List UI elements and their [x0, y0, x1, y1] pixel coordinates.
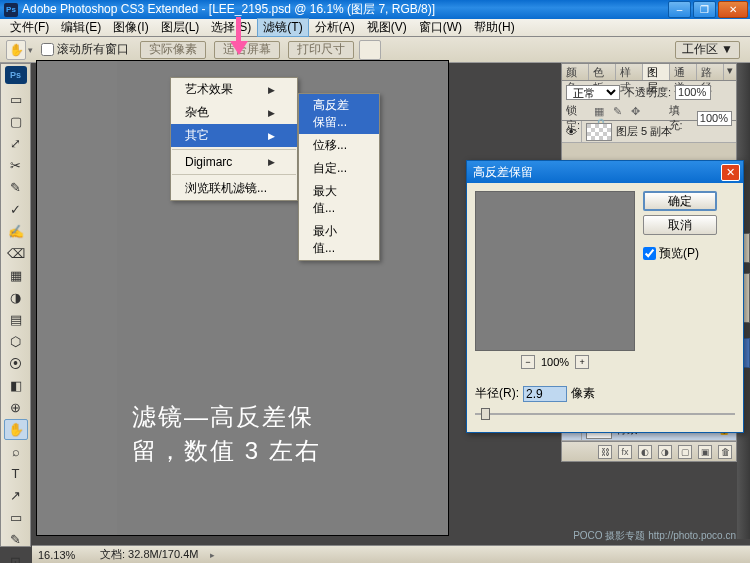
- adjust-icon[interactable]: ◑: [658, 445, 672, 459]
- mask-icon[interactable]: ◐: [638, 445, 652, 459]
- panel-tab[interactable]: 通道: [670, 64, 697, 80]
- ps-logo: Ps: [5, 66, 27, 84]
- screenmode-button[interactable]: [359, 40, 381, 60]
- high-pass-dialog: 高反差保留 ✕ − 100% + 确定 取消 预览(P) 半径(R): 像素: [466, 160, 744, 433]
- cancel-button[interactable]: 取消: [643, 215, 717, 235]
- menu-item[interactable]: Digimarc▶: [171, 152, 297, 172]
- zoom-status[interactable]: 16.13%: [38, 549, 88, 561]
- print-size-button[interactable]: 打印尺寸: [288, 41, 354, 59]
- filter-submenu: 艺术效果▶杂色▶其它▶Digimarc▶浏览联机滤镜...: [170, 77, 298, 201]
- menu-item[interactable]: 位移...: [299, 134, 379, 157]
- scroll-all-checkbox[interactable]: 滚动所有窗口: [41, 41, 129, 58]
- dialog-title: 高反差保留: [473, 164, 533, 181]
- tool-button[interactable]: ◑: [4, 287, 28, 308]
- tool-button[interactable]: ◧: [4, 375, 28, 396]
- ok-button[interactable]: 确定: [643, 191, 717, 211]
- panel-tab[interactable]: 图层: [643, 64, 670, 80]
- menu-item[interactable]: 帮助(H): [468, 18, 521, 37]
- folder-icon[interactable]: ▢: [678, 445, 692, 459]
- tool-button[interactable]: ✓: [4, 199, 28, 220]
- scroll-all-label: 滚动所有窗口: [57, 41, 129, 58]
- tool-button[interactable]: ✎: [4, 177, 28, 198]
- tutorial-arrow: [230, 17, 250, 57]
- zoom-in-button[interactable]: +: [575, 355, 589, 369]
- tool-button[interactable]: T: [4, 463, 28, 484]
- panel-tab[interactable]: 路径: [697, 64, 724, 80]
- tool-button[interactable]: ▭: [4, 507, 28, 528]
- zoom-value: 100%: [541, 356, 569, 368]
- other-submenu: 高反差保留...位移...自定...最大值...最小值...: [298, 93, 380, 261]
- tool-button[interactable]: ✎: [4, 529, 28, 550]
- tool-button[interactable]: ▭: [4, 89, 28, 110]
- tool-button[interactable]: ✍: [4, 221, 28, 242]
- minimize-button[interactable]: –: [668, 1, 691, 18]
- tool-button[interactable]: ⊕: [4, 397, 28, 418]
- tool-button[interactable]: ✋: [4, 419, 28, 440]
- menubar: 文件(F)编辑(E)图像(I)图层(L)选择(S)滤镜(T)分析(A)视图(V)…: [0, 19, 750, 37]
- menu-item[interactable]: 艺术效果▶: [171, 78, 297, 101]
- app-icon: Ps: [4, 3, 18, 17]
- radius-unit: 像素: [571, 385, 595, 402]
- radius-slider[interactable]: [475, 406, 735, 422]
- workspace-button[interactable]: 工作区 ▼: [675, 41, 740, 59]
- tool-button[interactable]: ⊡: [4, 551, 28, 563]
- fill-field[interactable]: 100%: [697, 111, 732, 126]
- dialog-titlebar[interactable]: 高反差保留 ✕: [467, 161, 743, 183]
- panel-tabs: 颜色色板样式图层通道路径▾: [561, 63, 737, 81]
- layers-toolbar: ⛓ fx ◐ ◑ ▢ ▣ 🗑: [561, 442, 737, 462]
- maximize-button[interactable]: ❐: [693, 1, 716, 18]
- doc-size-status: 文档: 32.8M/170.4M: [100, 547, 198, 562]
- visibility-icon[interactable]: 👁: [562, 121, 582, 142]
- menu-item[interactable]: 最小值...: [299, 220, 379, 260]
- status-bar: 16.13% 文档: 32.8M/170.4M ▸: [32, 545, 750, 563]
- tutorial-annotation: 滤镜—高反差保 留，数值 3 左右: [132, 400, 321, 468]
- menu-item[interactable]: 分析(A): [309, 18, 361, 37]
- menu-item[interactable]: 窗口(W): [413, 18, 468, 37]
- tool-button[interactable]: ↗: [4, 485, 28, 506]
- actual-pixels-button[interactable]: 实际像素: [140, 41, 206, 59]
- close-button[interactable]: ✕: [718, 1, 748, 18]
- link-icon[interactable]: ⛓: [598, 445, 612, 459]
- preview-area[interactable]: [475, 191, 635, 351]
- menu-item[interactable]: 视图(V): [361, 18, 413, 37]
- tool-button[interactable]: ▤: [4, 309, 28, 330]
- tools-palette: Ps ▭▢⤢✂✎✓✍⌫▦◑▤⬡⦿◧⊕✋⌕T↗▭✎⊡Q: [0, 63, 31, 547]
- opacity-field[interactable]: 100%: [675, 85, 711, 100]
- panel-tab[interactable]: 样式: [616, 64, 643, 80]
- tool-button[interactable]: ▦: [4, 265, 28, 286]
- preview-checkbox[interactable]: 预览(P): [643, 245, 717, 262]
- trash-icon[interactable]: 🗑: [718, 445, 732, 459]
- tool-button[interactable]: ⌫: [4, 243, 28, 264]
- menu-item[interactable]: 自定...: [299, 157, 379, 180]
- window-title: Adobe Photoshop CS3 Extended - [LEE_2195…: [22, 1, 435, 18]
- tool-button[interactable]: ▢: [4, 111, 28, 132]
- dialog-close-button[interactable]: ✕: [721, 164, 740, 181]
- new-icon[interactable]: ▣: [698, 445, 712, 459]
- menu-item[interactable]: 图层(L): [155, 18, 206, 37]
- panel-tab[interactable]: 色板: [589, 64, 616, 80]
- menu-item[interactable]: 编辑(E): [55, 18, 107, 37]
- fx-icon[interactable]: fx: [618, 445, 632, 459]
- menu-item[interactable]: 文件(F): [4, 18, 55, 37]
- hand-tool-icon[interactable]: ✋: [6, 40, 26, 60]
- menu-item[interactable]: 滤镜(T): [257, 18, 308, 37]
- layer-thumb: [586, 123, 612, 141]
- window-titlebar: Ps Adobe Photoshop CS3 Extended - [LEE_2…: [0, 0, 750, 19]
- tool-button[interactable]: ⬡: [4, 331, 28, 352]
- zoom-out-button[interactable]: −: [521, 355, 535, 369]
- blend-mode-select[interactable]: 正常: [566, 85, 620, 100]
- tool-button[interactable]: ⤢: [4, 133, 28, 154]
- radius-input[interactable]: [523, 386, 567, 402]
- tool-button[interactable]: ⦿: [4, 353, 28, 374]
- tool-button[interactable]: ✂: [4, 155, 28, 176]
- menu-item[interactable]: 其它▶: [171, 124, 297, 147]
- watermark: POCO 摄影专题 http://photo.poco.cn: [573, 529, 736, 543]
- menu-item[interactable]: 浏览联机滤镜...: [171, 177, 297, 200]
- menu-item[interactable]: 高反差保留...: [299, 94, 379, 134]
- panel-tab[interactable]: 颜色: [562, 64, 589, 80]
- menu-item[interactable]: 图像(I): [107, 18, 154, 37]
- tool-button[interactable]: ⌕: [4, 441, 28, 462]
- menu-item[interactable]: 最大值...: [299, 180, 379, 220]
- panel-menu-icon[interactable]: ▾: [725, 64, 737, 80]
- menu-item[interactable]: 杂色▶: [171, 101, 297, 124]
